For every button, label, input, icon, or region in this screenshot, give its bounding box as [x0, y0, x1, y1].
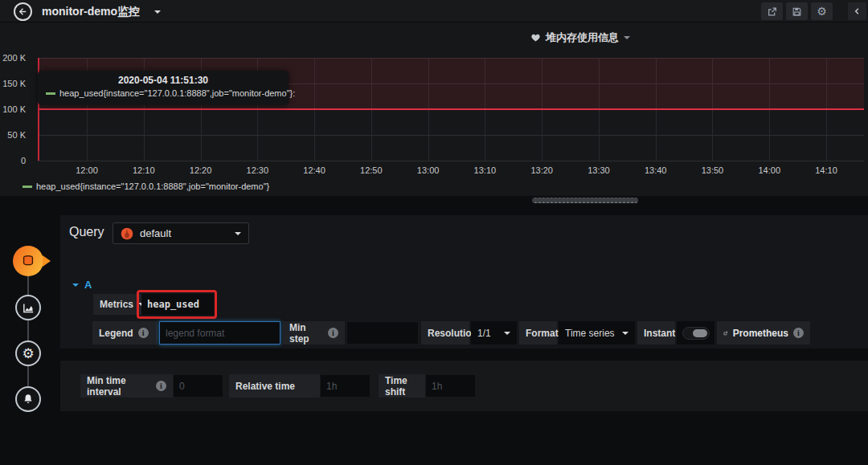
- metrics-row: Metrics: [93, 294, 151, 315]
- h-gridline: [38, 135, 864, 136]
- relative-time-input[interactable]: [320, 374, 371, 398]
- min-time-interval-input[interactable]: [173, 374, 223, 398]
- tooltip-series-label: heap_used{instance="127.0.0.1:8888",job=…: [59, 88, 295, 98]
- panel-resize-handle[interactable]: [532, 198, 638, 203]
- instant-toggle[interactable]: [677, 321, 714, 345]
- y-tick-label: 50 K: [0, 130, 26, 140]
- legend-field-label: Legend i: [92, 321, 158, 345]
- resolution-caret-icon: [504, 332, 510, 335]
- query-ref-toggle[interactable]: A: [72, 279, 92, 291]
- settings-button[interactable]: ⚙: [811, 2, 833, 20]
- navbar: monitor-demo监控 ⚙: [0, 0, 868, 22]
- query-ref-id: A: [84, 279, 92, 291]
- x-tick-label: 13:10: [465, 165, 504, 175]
- x-tick-label: 12:00: [68, 165, 106, 175]
- gear-icon: ⚙: [817, 6, 827, 17]
- dashboard-title-caret-icon[interactable]: [154, 10, 161, 14]
- time-shift-label: Time shift: [379, 374, 425, 398]
- sidebar-connector-line: [27, 261, 29, 399]
- info-icon[interactable]: i: [793, 328, 804, 338]
- info-icon[interactable]: i: [138, 328, 149, 338]
- time-options-row: Min time interval i Relative time Time s…: [60, 374, 868, 398]
- min-step-input[interactable]: [346, 321, 419, 345]
- y-tick-label: 200 K: [0, 53, 26, 63]
- x-tick-label: 14:10: [807, 165, 845, 175]
- chart-icon: [22, 301, 35, 315]
- legend-format-input[interactable]: [159, 321, 280, 345]
- x-tick-label: 12:30: [238, 165, 276, 175]
- tooltip-timestamp: 2020-05-04 11:51:30: [46, 75, 280, 86]
- format-label-text: Format: [526, 328, 559, 339]
- min-step-label-text: Min step: [289, 322, 323, 345]
- alert-threshold-line: [38, 108, 864, 110]
- toggle-track: [682, 327, 710, 340]
- format-caret-icon: [622, 332, 628, 335]
- panel-title[interactable]: 堆内存使用信息: [530, 31, 630, 45]
- x-tick-label: 13:40: [637, 165, 675, 175]
- resolution-select[interactable]: 1/1: [471, 321, 517, 345]
- format-value: Time series: [565, 328, 615, 339]
- x-tick-label: 13:50: [693, 165, 731, 175]
- time-options-band: Min time interval i Relative time Time s…: [60, 361, 868, 411]
- instant-label: Instant: [637, 321, 675, 345]
- sidebar-tab-general[interactable]: ⚙: [15, 341, 41, 366]
- y-tick-label: 100 K: [0, 104, 26, 114]
- prometheus-icon: [121, 227, 133, 240]
- save-icon: [792, 6, 802, 17]
- gear-wrench-icon: ⚙: [22, 347, 34, 361]
- graph-legend-item[interactable]: heap_used{instance="127.0.0.1:8888",job=…: [23, 182, 269, 191]
- bell-icon: [22, 393, 35, 406]
- collapse-caret-icon: [72, 283, 79, 287]
- datasource-help-link[interactable]: Prometheus i: [717, 321, 810, 345]
- x-axis: 12:0012:1012:2012:3012:4012:5013:0013:10…: [0, 165, 868, 177]
- database-icon: [20, 253, 36, 269]
- sidebar-tab-visualization[interactable]: [15, 295, 41, 320]
- legend-label-text: Legend: [99, 328, 133, 339]
- info-icon[interactable]: i: [156, 381, 166, 391]
- panel-menu-caret-icon: [624, 36, 630, 39]
- dashboard-title[interactable]: monitor-demo监控: [42, 5, 140, 19]
- time-shift-label-text: Time shift: [385, 375, 419, 398]
- resolution-label-text: Resolution: [428, 328, 477, 339]
- datasource-link-text: Prometheus: [733, 328, 788, 339]
- x-tick-label: 13:00: [409, 165, 448, 175]
- metric-query-input[interactable]: [141, 294, 214, 315]
- min-time-interval-label: Min time interval i: [80, 374, 173, 398]
- legend-series-label: heap_used{instance="127.0.0.1:8888",job=…: [36, 182, 269, 191]
- x-tick-label: 13:20: [522, 165, 561, 175]
- y-tick-label: 150 K: [0, 79, 26, 88]
- graph-panel: 堆内存使用信息 200 K150 K100 K50 K0 12:0012:101…: [0, 22, 868, 196]
- back-button[interactable]: [14, 2, 32, 21]
- annotation-highlight-box: [137, 290, 217, 319]
- panel-title-text: 堆内存使用信息: [546, 31, 619, 45]
- collapse-right-button[interactable]: [848, 2, 866, 20]
- datasource-name: default: [140, 227, 171, 239]
- tooltip-series-row: heap_used{instance="127.0.0.1:8888",job=…: [46, 88, 280, 98]
- share-button[interactable]: [761, 2, 783, 20]
- x-tick-label: 14:00: [750, 165, 788, 175]
- info-icon[interactable]: i: [328, 328, 338, 338]
- x-tick-label: 12:20: [182, 165, 220, 175]
- external-link-icon: [723, 328, 728, 338]
- toggle-knob: [693, 329, 707, 337]
- sidebar-tab-alert[interactable]: [15, 386, 41, 412]
- relative-time-label-text: Relative time: [235, 381, 295, 392]
- sidebar-tab-queries[interactable]: [13, 246, 43, 276]
- chevron-left-icon: [853, 6, 862, 16]
- resolution-label: Resolution: [421, 321, 469, 345]
- instant-label-text: Instant: [644, 328, 675, 339]
- relative-time-label: Relative time: [229, 374, 320, 398]
- resolution-value: 1/1: [477, 328, 491, 339]
- alert-heart-icon: [530, 33, 541, 43]
- x-tick-label: 12:50: [352, 165, 391, 175]
- datasource-select[interactable]: default: [113, 222, 249, 244]
- format-select[interactable]: Time series: [559, 321, 635, 345]
- format-label: Format: [519, 321, 557, 345]
- graph-tooltip: 2020-05-04 11:51:30 heap_used{instance="…: [38, 71, 289, 105]
- query-options-row: Legend i Min step i Resolution 1/1 Forma…: [60, 321, 868, 345]
- query-editor-panel: Query default A Metrics L: [60, 215, 868, 349]
- time-shift-input[interactable]: [425, 374, 476, 398]
- min-step-label: Min step i: [283, 321, 345, 345]
- back-arrow-icon: [18, 6, 28, 17]
- save-button[interactable]: [786, 2, 808, 20]
